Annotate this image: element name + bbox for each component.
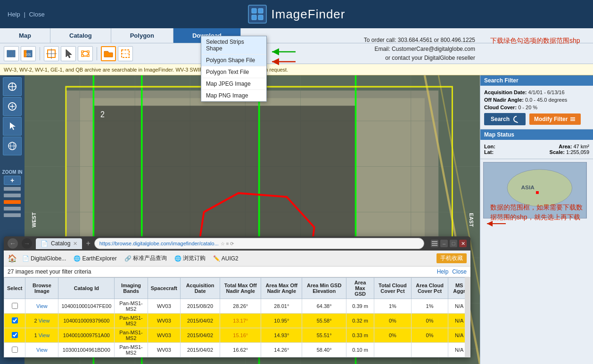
- svg-rect-19: [87, 55, 89, 57]
- select-checkbox[interactable]: [12, 332, 18, 338]
- menu-polygon-text[interactable]: Polygon Text File: [201, 66, 266, 78]
- area-cloud-cell: 1%: [411, 299, 448, 314]
- search-filter-body: Acquisition Date: 4/1/01 - 6/13/16 Off N…: [480, 86, 593, 129]
- total-nadir-cell: 16.62°: [220, 343, 261, 357]
- browser-forward[interactable]: →: [22, 238, 32, 249]
- svg-rect-0: [252, 8, 256, 13]
- tool-box[interactable]: [78, 46, 93, 61]
- new-tab-btn[interactable]: +: [86, 239, 90, 248]
- tool-folder[interactable]: [101, 46, 116, 61]
- address-bar[interactable]: https://browse.digitalglobe.com/imagefin…: [94, 238, 424, 249]
- select-checkbox[interactable]: [12, 303, 18, 309]
- bookmark-auig2[interactable]: ✏️AUIG2: [211, 254, 241, 263]
- east-label: EAST: [468, 213, 474, 226]
- svg-rect-2: [252, 15, 256, 20]
- zoom-plus[interactable]: +: [4, 176, 21, 185]
- select-checkbox[interactable]: [12, 317, 18, 324]
- tool-sep-1: [40, 47, 40, 60]
- help-link[interactable]: Help: [8, 11, 20, 18]
- table-row: View103001004961BD00Pan-MS1-MS2WV032015/…: [4, 343, 470, 357]
- spacecraft-cell: WV03: [148, 299, 180, 314]
- area-cloud-cell: [411, 343, 448, 357]
- acquisition-date-field: Acquisition Date: 4/1/01 - 6/13/16: [484, 89, 589, 95]
- chinese-note-1: 下载绿色勾选项的数据范围shp: [490, 36, 585, 46]
- total-cloud-cell: 0%: [374, 314, 412, 328]
- col-total-nadir: Total Max Off Nadir Angle: [220, 278, 261, 299]
- svg-rect-6: [13, 50, 15, 57]
- browse-link[interactable]: View: [39, 318, 50, 324]
- imaging-bands-cell: Pan-MS1-MS2: [115, 299, 148, 314]
- browser-back[interactable]: ←: [8, 238, 18, 249]
- acq-date-cell: 2015/04/02: [181, 328, 220, 343]
- area-min-sun-cell: 55.51°: [302, 328, 346, 343]
- svg-marker-28: [10, 122, 16, 130]
- catalog-table: Select Browse Image Catalog Id Imaging B…: [4, 277, 470, 357]
- zoom-scale-5: [4, 213, 21, 217]
- browse-link[interactable]: View: [36, 303, 48, 309]
- catalog-close-link[interactable]: Close: [452, 268, 467, 275]
- tool-globe[interactable]: [3, 137, 22, 155]
- menu-map-jpeg[interactable]: Map JPEG Image: [201, 78, 266, 90]
- bookmark-digitalglobe[interactable]: 📄DigitalGlobe...: [20, 254, 68, 263]
- bookmark-browse[interactable]: 🌐浏览订购: [172, 253, 208, 263]
- catalog-id-cell: 103001004961BD00: [58, 343, 115, 357]
- svg-rect-3: [258, 15, 263, 20]
- browser-toolbar: 🏠 📄DigitalGlobe... 🌐EarthExplorer 🔗标准产品查…: [4, 251, 470, 267]
- nav-polygon[interactable]: Polygon: [111, 28, 173, 43]
- col-catalog-id: Catalog Id: [58, 278, 115, 299]
- tool-strip-1[interactable]: [4, 46, 19, 61]
- total-cloud-cell: 0%: [374, 328, 412, 343]
- area-max-nadir-cell: 10.95°: [261, 314, 302, 328]
- browser-max[interactable]: □: [450, 240, 457, 247]
- bookmark-earthexplorer[interactable]: 🌐EarthExplorer: [71, 254, 119, 263]
- menu-map-png[interactable]: Map PNG Image: [201, 90, 266, 101]
- total-nadir-cell: 15.16°: [220, 328, 261, 343]
- area-max-nadir-cell: 14.26°: [261, 343, 302, 357]
- search-button[interactable]: Search: [484, 113, 526, 125]
- nav-map[interactable]: Map: [0, 28, 50, 43]
- home-icon[interactable]: 🏠: [8, 254, 17, 263]
- scrollbar[interactable]: [465, 277, 470, 357]
- tool-save[interactable]: [118, 46, 133, 61]
- area-max-gsd-cell: 0.39 m: [346, 299, 374, 314]
- tool-cursor[interactable]: [61, 46, 76, 61]
- browser-ctrl-1[interactable]: [431, 240, 438, 247]
- browse-link[interactable]: View: [39, 332, 50, 338]
- order-info: To order call: 303.684.4561 or 800.496.1…: [364, 36, 475, 63]
- tool-zoom-area[interactable]: [3, 97, 22, 116]
- area-max-gsd-cell: 0.10 m: [346, 343, 374, 357]
- browser-close[interactable]: ✕: [459, 240, 467, 247]
- search-filter-header: Search Filter: [480, 75, 593, 86]
- select-checkbox[interactable]: [12, 347, 18, 353]
- catalog-help-link[interactable]: Help: [437, 268, 449, 275]
- tool-strip-2[interactable]: 101: [21, 46, 36, 61]
- tool-cursor-map[interactable]: [3, 117, 22, 136]
- col-spacecraft: Spacecraft: [148, 278, 180, 299]
- map-status-body: Lon: Area: 47 km² Lat: Scale: 1:255,059: [480, 140, 593, 159]
- svg-text:2: 2: [100, 110, 105, 119]
- menu-polygon-shape[interactable]: Polygon Shape File: [201, 55, 266, 66]
- area-field: Area: 47 km²: [559, 144, 589, 149]
- lon-field: Lon:: [484, 144, 495, 149]
- download-menu: Selected Strips Shape Polygon Shape File…: [201, 36, 267, 102]
- mobile-fav[interactable]: 手机收藏: [437, 253, 467, 263]
- svg-rect-71: [432, 245, 437, 246]
- zoom-label: ZOOM IN: [2, 170, 23, 175]
- col-area-cloud: Area Cloud Cover Pct: [411, 278, 448, 299]
- modify-filter-button[interactable]: Modify Filter: [529, 113, 581, 125]
- menu-selected-strips[interactable]: Selected Strips Shape: [201, 36, 266, 55]
- close-link[interactable]: Close: [29, 11, 44, 18]
- browser-tab[interactable]: 📄 Catalog ✕: [36, 238, 82, 249]
- browse-link[interactable]: View: [36, 347, 48, 353]
- nav-catalog[interactable]: Catalog: [50, 28, 111, 43]
- top-bar-links: Help | Close: [8, 11, 45, 18]
- map-status-header: Map Status: [480, 129, 593, 140]
- scale-field: Scale: 1:255,059: [550, 149, 589, 155]
- tab-close[interactable]: ✕: [73, 241, 77, 247]
- browser-min[interactable]: –: [440, 240, 448, 247]
- area-max-nadir-cell: 14.93°: [261, 328, 302, 343]
- tool-select[interactable]: [44, 46, 59, 61]
- bookmark-standard[interactable]: 🔗标准产品查询: [122, 253, 169, 263]
- svg-rect-69: [432, 241, 437, 242]
- tool-hand[interactable]: [3, 77, 22, 96]
